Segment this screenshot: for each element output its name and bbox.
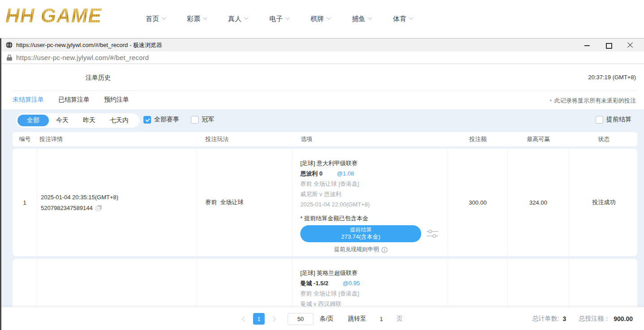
nav-item-live[interactable]: 真人 [228,15,248,23]
cell-option: [足球] 意大利甲级联赛 恩波利 0 @1.08 赛前 全场让球 [香港盘] 威… [293,149,448,256]
col-header-play: 投注玩法 [197,135,293,143]
option-selection: 恩波利 0 [300,170,323,177]
cashout-rule-text: 提前兑现规则申明 [334,244,379,255]
page-size-input[interactable] [288,313,314,325]
bet-record-page: 注单历史 20:37:19 (GMT+8) 未结算注单 已结算注单 预约注单 此… [1,64,644,330]
date-filter-all[interactable]: 全部 [17,115,49,126]
sliders-icon[interactable] [426,228,439,240]
cell-row-no: 1 [13,149,37,256]
bet-table: 编号 投注详情 投注玩法 选项 投注额 最高可赢 状态 1 2025-01-04… [13,132,637,330]
brand-logo-text: HH GAME [5,4,102,26]
chevron-down-icon [203,15,207,20]
bet-time: 2025-01-04 20:35:15(GMT+8) [41,194,197,201]
brand-logo[interactable]: HH GAME [5,4,102,27]
page-unit-label: 页 [397,315,403,323]
option-selection: 曼城 -1.5/2 [300,280,328,287]
jump-page-input[interactable] [372,313,390,325]
nav-label: 捕鱼 [352,15,365,23]
page-number-current[interactable]: 1 [253,313,265,325]
tab-unsettled[interactable]: 未结算注单 [13,96,44,104]
per-page-label: 条/页 [320,315,334,323]
unsettled-notice: 此记录将显示所有未派彩的投注 [550,97,636,105]
nav-label: 首页 [146,15,159,23]
cell-bet-detail: 2025-01-04 20:35:15(GMT+8) 5207982347589… [37,149,197,256]
option-match: 威尼斯 v 恩波利 [300,189,448,199]
order-id: 5207982347589144 [41,205,93,211]
option-odds: @1.08 [337,170,354,177]
checkbox-champion[interactable]: 冠军 [191,116,214,124]
close-icon[interactable] [627,42,633,48]
option-league: [足球] 英格兰超级联赛 [300,268,448,278]
col-header-detail: 投注详情 [37,135,197,143]
page-next-icon[interactable] [270,316,276,322]
option-match-time: 2025-01-04 22:00(GMT+8) [300,199,448,210]
maximize-icon[interactable] [605,42,612,48]
event-filter-group: 全部赛事 冠军 [143,116,214,124]
cell-play-type: 赛前 全场让球 [197,149,293,256]
col-header-status: 状态 [569,135,637,143]
cell-amount: 300.00 [448,149,508,256]
page-title: 注单历史 [86,74,111,82]
browser-address-bar[interactable]: https://user-pc-new.jylywl.com/#/bet_rec… [1,51,644,64]
nav-item-home[interactable]: 首页 [146,15,165,23]
chevron-down-icon [244,15,249,20]
page-prev-icon[interactable] [242,316,248,322]
table-header-row: 编号 投注详情 投注玩法 选项 投注额 最高可赢 状态 [13,132,637,146]
nav-label: 棋牌 [311,15,324,23]
date-filter-group: 全部 今天 昨天 七天内 [16,113,139,128]
option-market: 赛前 全场让球 [香港盘] [300,288,448,299]
main-nav: 首页 彩票 真人 电子 棋牌 捕鱼 体育 [146,0,413,38]
checkbox-label: 全部赛事 [154,116,179,124]
checkbox-label: 提前结算 [606,116,631,124]
chevron-down-icon [327,15,331,20]
cashout-rule-link[interactable]: 提前兑现规则申明 [300,244,421,255]
checkbox-unchecked-icon [191,116,199,124]
record-tabs: 未结算注单 已结算注单 预约注单 [13,96,129,104]
nav-item-cards[interactable]: 棋牌 [311,15,330,23]
total-amount-label: 总投注额： [579,315,610,323]
option-market: 赛前 全场让球 [香港盘] [300,179,448,189]
checkbox-all-events[interactable]: 全部赛事 [143,116,179,124]
tab-reserved[interactable]: 预约注单 [104,96,129,104]
nav-item-lottery[interactable]: 彩票 [187,15,207,23]
total-count-value: 3 [562,315,566,322]
date-filter-today[interactable]: 今天 [49,115,76,126]
nav-item-sports[interactable]: 体育 [393,15,413,23]
checkbox-early-settle[interactable]: 提前结算 [596,116,631,124]
cashout-button-amount: 273.74(含本金) [300,233,421,240]
col-header-amount: 投注额 [448,135,508,143]
browser-window: https://user-pc-new.jylywl.com/#/bet_rec… [0,38,644,330]
cell-status: 投注成功 [569,149,637,256]
nav-label: 电子 [269,15,283,23]
chevron-down-icon [162,15,166,20]
date-filter-yesterday[interactable]: 昨天 [76,115,103,126]
copy-icon[interactable] [95,205,102,211]
date-filter-7days[interactable]: 七天内 [103,115,136,126]
option-league: [足球] 意大利甲级联赛 [300,158,448,168]
info-icon [381,247,388,253]
nav-item-slots[interactable]: 电子 [269,15,289,23]
cashout-note: * 提前结算金额已包含本金 [300,213,448,223]
col-header-maxwin: 最高可赢 [508,135,569,143]
nav-label: 彩票 [187,15,200,23]
cashout-button[interactable]: 提前结算 273.74(含本金) [300,225,421,242]
lock-icon [7,54,12,61]
jump-to-label: 跳转至 [348,315,366,323]
minimize-icon[interactable] [584,42,590,48]
browser-titlebar[interactable]: https://user-pc-new.jylywl.com/#/bet_rec… [1,39,644,51]
checkbox-label: 冠军 [202,116,214,124]
nav-label: 体育 [393,15,406,23]
site-header: HH GAME 首页 彩票 真人 电子 棋牌 捕鱼 体育 [0,0,644,38]
summary-totals: 总计单数: 3 总投注额： 900.00 [532,307,633,330]
window-title: https://user-pc-new.jylywl.com/#/bet_rec… [16,41,162,49]
table-section: 全部 今天 昨天 七天内 全部赛事 冠军 [1,109,644,330]
filter-bar: 全部 今天 昨天 七天内 全部赛事 冠军 [1,113,644,128]
window-controls [584,42,640,48]
tab-settled[interactable]: 已结算注单 [58,96,90,104]
divider [13,90,637,91]
url-text: https://user-pc-new.jylywl.com/#/bet_rec… [16,54,149,61]
nav-item-fishing[interactable]: 捕鱼 [352,15,372,23]
total-amount-value: 900.00 [614,315,633,322]
cell-max-win: 324.00 [508,149,569,256]
checkbox-checked-icon [143,116,151,124]
